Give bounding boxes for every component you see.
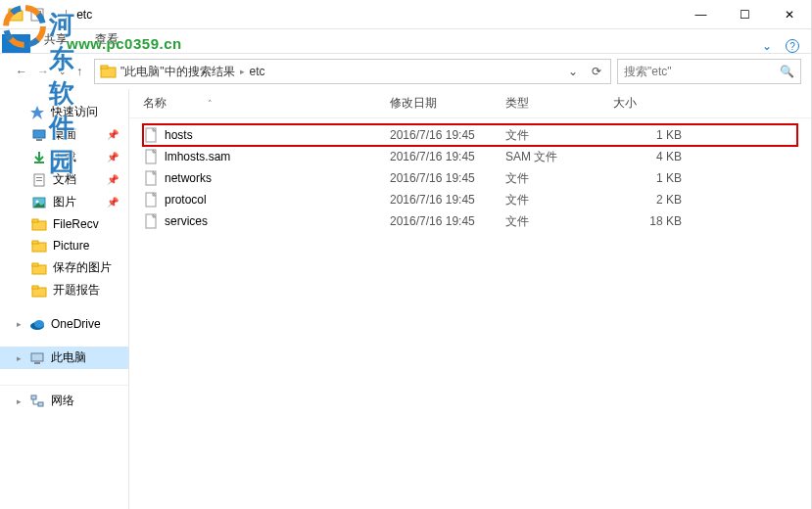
column-header-name[interactable]: 名称 ˄: [143, 95, 390, 112]
sidebar-item-icon: [31, 283, 47, 299]
nav-forward-button[interactable]: →: [37, 65, 49, 78]
sidebar-item-label: 下载: [53, 149, 76, 165]
search-input[interactable]: 搜索"etc" 🔍: [617, 59, 801, 84]
sidebar-item-label: Picture: [53, 239, 89, 253]
sidebar-this-pc[interactable]: ▸ 此电脑: [0, 347, 128, 369]
sidebar-item-label: 保存的图片: [53, 259, 112, 276]
address-bar[interactable]: "此电脑"中的搜索结果 ▸ etc ⌄ ⟳: [94, 59, 611, 84]
sidebar-label: 网络: [51, 393, 74, 409]
svg-rect-20: [32, 241, 38, 244]
file-size: 2 KB: [613, 193, 682, 207]
file-row[interactable]: hosts2016/7/16 19:45文件1 KB: [143, 124, 797, 146]
file-name: protocol: [165, 193, 390, 207]
minimize-button[interactable]: —: [679, 0, 723, 29]
sidebar-item-icon: [31, 127, 47, 143]
file-row[interactable]: protocol2016/7/16 19:45文件2 KB: [143, 189, 797, 210]
svg-rect-28: [34, 362, 40, 364]
file-icon: [143, 192, 159, 208]
sidebar-quick-access[interactable]: 快速访问: [0, 101, 128, 123]
file-row[interactable]: services2016/7/16 19:45文件18 KB: [143, 210, 797, 232]
address-folder-icon: [100, 63, 118, 80]
file-icon: [143, 213, 159, 229]
column-header-size[interactable]: 大小: [613, 95, 693, 112]
maximize-button[interactable]: ☐: [723, 0, 767, 29]
file-row[interactable]: networks2016/7/16 19:45文件1 KB: [143, 167, 797, 189]
chevron-right-icon: ▸: [14, 396, 24, 406]
file-type: SAM 文件: [505, 149, 613, 165]
sidebar-item[interactable]: 开题报告: [0, 279, 128, 301]
svg-rect-27: [31, 353, 43, 361]
address-refresh-button[interactable]: ⟳: [585, 60, 608, 83]
breadcrumb-seg-0[interactable]: "此电脑"中的搜索结果: [120, 64, 235, 80]
sidebar-item-label: 开题报告: [53, 282, 100, 299]
ribbon-tab-view[interactable]: 查看: [81, 27, 132, 53]
sidebar-item-icon: [31, 260, 47, 276]
ribbon-file-tab[interactable]: ◂: [2, 34, 30, 53]
pin-icon: 📌: [107, 197, 119, 208]
ribbon-tabs: ◂ 共享 查看 ⌄ ?: [0, 29, 811, 54]
title-bar: ▾ | etc — ☐ ✕: [0, 0, 811, 29]
pin-icon: 📌: [107, 129, 119, 140]
qat-chevron-icon[interactable]: ▾: [51, 10, 56, 20]
chevron-right-icon: ▸: [14, 353, 24, 363]
nav-back-button[interactable]: ←: [16, 65, 27, 78]
breadcrumb[interactable]: "此电脑"中的搜索结果 ▸ etc: [120, 64, 561, 80]
sidebar-item[interactable]: 保存的图片: [0, 256, 128, 279]
file-name: hosts: [165, 128, 390, 142]
file-date: 2016/7/16 19:45: [390, 150, 505, 163]
network-icon: [29, 393, 45, 409]
breadcrumb-seg-1[interactable]: etc: [250, 65, 265, 78]
chevron-right-icon: ▸: [14, 319, 24, 329]
sidebar-item[interactable]: 桌面📌: [0, 123, 128, 146]
sidebar-item-icon: [31, 195, 47, 210]
file-size: 4 KB: [613, 150, 682, 163]
navigation-bar: ← → ⌄ ↑ "此电脑"中的搜索结果 ▸ etc ⌄ ⟳ 搜索"etc" 🔍: [0, 54, 811, 89]
title-separator: |: [65, 8, 68, 22]
file-size: 18 KB: [613, 214, 682, 228]
sidebar-item-label: 文档: [53, 171, 76, 188]
close-button[interactable]: ✕: [767, 0, 811, 29]
svg-rect-30: [38, 402, 43, 406]
sidebar-item[interactable]: 文档📌: [0, 168, 128, 191]
this-pc-icon: [29, 350, 45, 366]
file-size: 1 KB: [613, 128, 682, 142]
file-type: 文件: [505, 213, 613, 230]
svg-marker-8: [30, 106, 44, 119]
onedrive-icon: [29, 316, 45, 332]
sort-ascending-icon: ˄: [208, 99, 213, 109]
svg-rect-24: [32, 286, 38, 289]
quick-access-icon: [29, 105, 45, 120]
ribbon-tab-share[interactable]: 共享: [30, 27, 81, 53]
file-row[interactable]: lmhosts.sam2016/7/16 19:45SAM 文件4 KB: [143, 146, 797, 167]
sidebar-onedrive[interactable]: ▸ OneDrive: [0, 313, 128, 335]
address-dropdown-button[interactable]: ⌄: [561, 60, 585, 83]
file-size: 1 KB: [613, 171, 682, 185]
svg-rect-3: [9, 9, 15, 12]
sidebar-item-label: 图片: [53, 194, 76, 210]
properties-qat-icon[interactable]: [29, 7, 45, 23]
file-date: 2016/7/16 19:45: [390, 193, 505, 207]
svg-rect-14: [36, 180, 42, 181]
svg-rect-22: [32, 263, 38, 266]
sidebar-item[interactable]: 图片📌: [0, 191, 128, 213]
sidebar-item-icon: [31, 172, 47, 188]
sidebar-item[interactable]: 下载📌: [0, 146, 128, 168]
ribbon-file-chevron-icon: ◂: [14, 38, 19, 48]
sidebar-network[interactable]: ▸ 网络: [0, 390, 128, 412]
sidebar-label: 快速访问: [51, 104, 98, 120]
svg-rect-4: [31, 9, 43, 21]
sidebar-item[interactable]: FileRecv: [0, 213, 128, 235]
ribbon-help-icon[interactable]: ?: [786, 39, 799, 53]
file-type: 文件: [505, 192, 613, 208]
nav-up-button[interactable]: ↑: [76, 65, 82, 78]
column-header-type[interactable]: 类型: [505, 95, 613, 112]
folder-app-icon: [8, 7, 24, 23]
nav-recent-icon[interactable]: ⌄: [59, 67, 67, 76]
column-header-date[interactable]: 修改日期: [390, 95, 505, 112]
sidebar-item-icon: [31, 238, 47, 254]
sidebar-item[interactable]: Picture: [0, 235, 128, 256]
ribbon-expand-icon[interactable]: ⌄: [762, 39, 772, 53]
sidebar-item-label: 桌面: [53, 126, 76, 143]
svg-rect-7: [101, 66, 108, 69]
svg-rect-18: [32, 219, 38, 222]
